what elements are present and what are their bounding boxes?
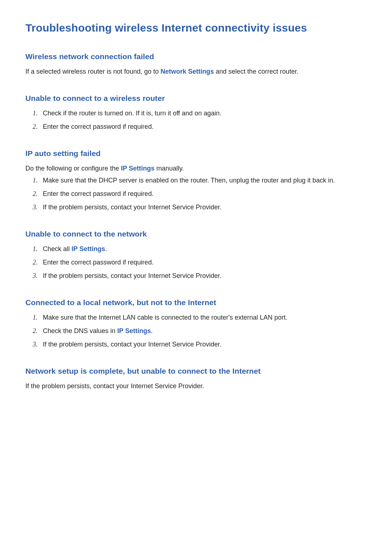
step-number: 3. bbox=[33, 271, 38, 281]
list-item: 2. Enter the correct password if require… bbox=[33, 122, 367, 132]
step-number: 3. bbox=[33, 340, 38, 349]
step-number: 2. bbox=[33, 189, 38, 199]
text-fragment: and select the correct router. bbox=[214, 68, 298, 75]
page-title: Troubleshooting wireless Internet connec… bbox=[25, 22, 367, 34]
steps-list: 1. Make sure that the Internet LAN cable… bbox=[25, 313, 367, 349]
step-text: Enter the correct password if required. bbox=[43, 259, 154, 266]
text-fragment: . bbox=[151, 327, 153, 335]
step-text: If the problem persists, contact your In… bbox=[43, 204, 221, 211]
ip-settings-term: IP Settings bbox=[72, 245, 105, 253]
step-number: 1. bbox=[33, 313, 38, 323]
text-fragment: If a selected wireless router is not fou… bbox=[25, 68, 160, 75]
section3-paragraph: Do the following or configure the IP Set… bbox=[25, 164, 367, 173]
steps-list: 1. Check if the router is turned on. If … bbox=[25, 108, 367, 132]
step-number: 1. bbox=[33, 108, 38, 118]
section-heading-unable-network: Unable to connect to the network bbox=[25, 230, 367, 238]
step-number: 2. bbox=[33, 122, 38, 132]
list-item: 1. Make sure that the DHCP server is ena… bbox=[33, 176, 367, 185]
section-heading-unable-router: Unable to connect to a wireless router bbox=[25, 94, 367, 103]
section6-paragraph: If the problem persists, contact your In… bbox=[25, 381, 367, 391]
step-text: Make sure that the DHCP server is enable… bbox=[43, 177, 335, 184]
section1-paragraph: If a selected wireless router is not fou… bbox=[25, 67, 367, 77]
text-fragment: manually. bbox=[155, 165, 184, 172]
steps-list: 1. Check all IP Settings. 2. Enter the c… bbox=[25, 244, 367, 281]
ip-settings-term: IP Settings bbox=[121, 165, 155, 172]
step-text: If the problem persists, contact your In… bbox=[43, 341, 221, 348]
step-number: 2. bbox=[33, 326, 38, 336]
text-fragment: Check all bbox=[43, 245, 72, 253]
list-item: 3. If the problem persists, contact your… bbox=[33, 271, 367, 281]
step-number: 3. bbox=[33, 202, 38, 212]
list-item: 3. If the problem persists, contact your… bbox=[33, 202, 367, 212]
steps-list: 1. Make sure that the DHCP server is ena… bbox=[25, 176, 367, 212]
list-item: 2. Check the DNS values in IP Settings. bbox=[33, 326, 367, 336]
step-number: 1. bbox=[33, 176, 38, 185]
section-heading-local-not-internet: Connected to a local network, but not to… bbox=[25, 298, 367, 307]
text-fragment: Check the DNS values in bbox=[43, 327, 117, 335]
step-text: If the problem persists, contact your In… bbox=[43, 272, 221, 279]
step-text: Enter the correct password if required. bbox=[43, 190, 154, 197]
list-item: 2. Enter the correct password if require… bbox=[33, 258, 367, 267]
step-text: Check all IP Settings. bbox=[43, 245, 107, 253]
list-item: 1. Check if the router is turned on. If … bbox=[33, 108, 367, 118]
step-text: Make sure that the Internet LAN cable is… bbox=[43, 314, 287, 321]
network-settings-term: Network Settings bbox=[160, 68, 214, 75]
section-heading-ip-auto: IP auto setting failed bbox=[25, 149, 367, 158]
text-fragment: Do the following or configure the bbox=[25, 165, 121, 172]
step-text: Check the DNS values in IP Settings. bbox=[43, 327, 153, 335]
list-item: 3. If the problem persists, contact your… bbox=[33, 340, 367, 349]
step-text: Enter the correct password if required. bbox=[43, 123, 154, 130]
step-number: 1. bbox=[33, 244, 38, 254]
list-item: 1. Make sure that the Internet LAN cable… bbox=[33, 313, 367, 323]
ip-settings-term: IP Settings bbox=[117, 327, 151, 335]
list-item: 1. Check all IP Settings. bbox=[33, 244, 367, 254]
step-number: 2. bbox=[33, 258, 38, 267]
step-text: Check if the router is turned on. If it … bbox=[43, 110, 221, 117]
list-item: 2. Enter the correct password if require… bbox=[33, 189, 367, 199]
section-heading-wireless-failed: Wireless network connection failed bbox=[25, 52, 367, 61]
section-heading-setup-complete: Network setup is complete, but unable to… bbox=[25, 367, 367, 376]
text-fragment: . bbox=[105, 245, 107, 253]
